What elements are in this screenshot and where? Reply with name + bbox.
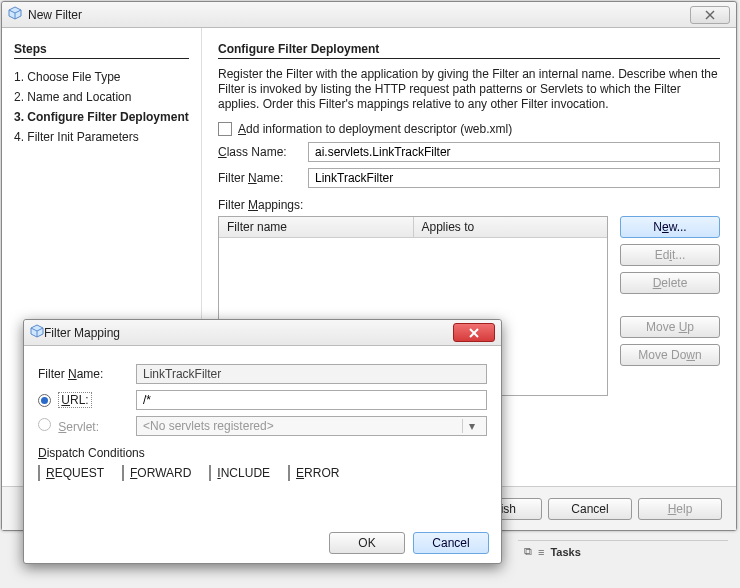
servlet-radio[interactable]: [38, 418, 51, 431]
dialog-cube-icon: [30, 324, 44, 341]
panel-description: Register the Filter with the application…: [218, 67, 720, 112]
class-name-field[interactable]: [308, 142, 720, 162]
step-3: 3. Configure Filter Deployment: [14, 107, 189, 127]
dlg-cancel-button[interactable]: Cancel: [413, 532, 489, 554]
request-checkbox-row[interactable]: REQUEST: [38, 466, 104, 480]
add-info-checkbox[interactable]: [218, 122, 232, 136]
movedown-button[interactable]: Move Down: [620, 344, 720, 366]
include-checkbox[interactable]: [209, 465, 211, 481]
col-filter-name: Filter name: [219, 217, 414, 237]
forward-checkbox[interactable]: [122, 465, 124, 481]
mappings-buttons: New... Edit... Delete Move Up Move Down: [620, 216, 720, 396]
filter-icon: ⧉: [524, 545, 532, 558]
dispatch-heading: Dispatch Conditions: [38, 446, 487, 460]
help-button[interactable]: Help: [638, 498, 722, 520]
step-2: 2. Name and Location: [14, 87, 189, 107]
app-cube-icon: [8, 6, 22, 23]
moveup-button[interactable]: Move Up: [620, 316, 720, 338]
ok-button[interactable]: OK: [329, 532, 405, 554]
steps-heading: Steps: [14, 42, 189, 59]
window-titlebar: New Filter: [2, 2, 736, 28]
url-field[interactable]: [136, 390, 487, 410]
forward-checkbox-row[interactable]: FORWARD: [122, 466, 191, 480]
step-4: 4. Filter Init Parameters: [14, 127, 189, 147]
include-checkbox-row[interactable]: INCLUDE: [209, 466, 270, 480]
url-label: URL:: [58, 392, 91, 408]
servlet-radio-row[interactable]: Servlet:: [38, 418, 128, 434]
dlg-filter-name-field: [136, 364, 487, 384]
panel-heading: Configure Filter Deployment: [218, 42, 720, 59]
filter-name-field[interactable]: [308, 168, 720, 188]
dialog-titlebar: Filter Mapping: [24, 320, 501, 346]
chevron-down-icon: ▾: [462, 419, 480, 433]
servlet-select[interactable]: <No servlets registered> ▾: [136, 416, 487, 436]
mappings-label: Filter Mappings:: [218, 198, 720, 212]
tasks-bar[interactable]: ⧉ ≡ Tasks: [518, 540, 728, 562]
dialog-footer: OK Cancel: [24, 523, 501, 563]
url-radio-row[interactable]: URL:: [38, 393, 128, 407]
window-close-button[interactable]: [690, 6, 730, 24]
tasks-label: Tasks: [550, 546, 580, 558]
new-button[interactable]: New...: [620, 216, 720, 238]
delete-button[interactable]: Delete: [620, 272, 720, 294]
error-checkbox-row[interactable]: ERROR: [288, 466, 339, 480]
dialog-close-button[interactable]: [453, 323, 495, 342]
url-radio[interactable]: [38, 394, 51, 407]
request-checkbox[interactable]: [38, 465, 40, 481]
step-1: 1. Choose File Type: [14, 67, 189, 87]
dlg-filter-name-label: Filter Name:: [38, 367, 128, 381]
col-applies-to: Applies to: [414, 217, 608, 237]
error-checkbox[interactable]: [288, 465, 290, 481]
servlet-select-value: <No servlets registered>: [143, 419, 462, 433]
class-name-label: Class Name:: [218, 145, 308, 159]
add-info-label: Add information to deployment descriptor…: [238, 122, 512, 136]
mappings-header: Filter name Applies to: [219, 217, 607, 238]
dialog-title: Filter Mapping: [44, 326, 453, 340]
servlet-label: Servlet:: [58, 420, 99, 434]
edit-button[interactable]: Edit...: [620, 244, 720, 266]
filter-mapping-dialog: Filter Mapping Filter Name: URL: Servlet…: [23, 319, 502, 564]
cancel-button[interactable]: Cancel: [548, 498, 632, 520]
filter-name-label: Filter Name:: [218, 171, 308, 185]
window-title: New Filter: [28, 8, 690, 22]
list-icon: ≡: [538, 546, 544, 558]
